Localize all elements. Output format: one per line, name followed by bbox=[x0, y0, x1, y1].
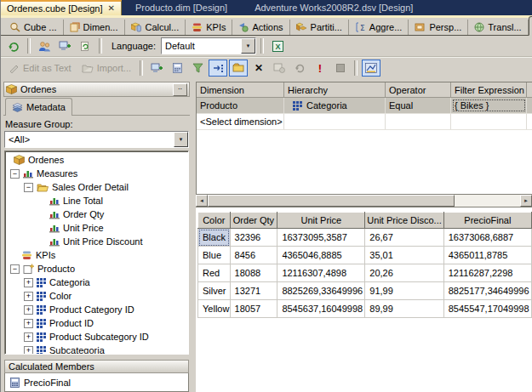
expand-plus-icon[interactable]: + bbox=[24, 319, 33, 328]
cell-unit-price-discount[interactable]: 20,26 bbox=[365, 264, 443, 282]
tab-translations[interactable]: Transl... bbox=[468, 20, 528, 35]
filter-row-producto[interactable]: Producto Categoria Equal { Bikes } bbox=[197, 98, 532, 114]
scrollbar-thumb[interactable] bbox=[208, 195, 455, 207]
cell-preciofinal[interactable]: 16373068,6887 bbox=[443, 229, 531, 247]
doc-tab-dsv[interactable]: Adventure Works2008R2.dsv [Design] bbox=[241, 0, 426, 15]
tree-item-product-subcategory-id[interactable]: + Product Subcategory ID bbox=[5, 330, 188, 344]
cell-order-qty[interactable]: 32396 bbox=[230, 229, 277, 247]
filter-funnel-button[interactable] bbox=[188, 60, 207, 77]
tab-metadata[interactable]: Metadata bbox=[5, 98, 72, 116]
refresh-disabled-button[interactable] bbox=[290, 60, 309, 77]
cell-order-qty[interactable]: 18088 bbox=[230, 264, 277, 282]
cell-unit-price-discount[interactable]: 35,01 bbox=[365, 247, 443, 264]
tree-item-ordenes[interactable]: Ordenes bbox=[5, 153, 188, 167]
cell-order-qty[interactable]: 8456 bbox=[230, 247, 277, 264]
column-header-unit-price-discount[interactable]: Unit Price Disco... bbox=[365, 213, 443, 229]
auto-filter-toggle[interactable] bbox=[229, 60, 248, 77]
cell-unit-price[interactable]: 8545637,16049998 bbox=[277, 300, 365, 318]
column-header-dimension[interactable]: Dimension bbox=[197, 82, 284, 97]
tab-aggregations[interactable]: Σ Aggre... bbox=[349, 20, 409, 35]
table-row[interactable]: Silver 13271 8825269,33649996 91,99 8825… bbox=[198, 282, 532, 300]
show-chart-toggle[interactable] bbox=[362, 60, 380, 77]
collapse-minus-icon[interactable]: − bbox=[24, 183, 33, 192]
tree-item-unit-price-discount[interactable]: Unit Price Discount bbox=[5, 235, 188, 248]
horizontal-scrollbar[interactable]: ◄ ► bbox=[196, 195, 532, 207]
filter-dimension-cell[interactable]: Producto bbox=[197, 98, 284, 113]
tree-item-product-id[interactable]: + Product ID bbox=[5, 316, 188, 330]
important-warning-icon[interactable]: ! bbox=[311, 60, 329, 77]
measure-group-combobox[interactable]: <All> ▼ bbox=[4, 131, 189, 148]
filter-expression-cell[interactable]: { Bikes } bbox=[451, 98, 527, 113]
column-header-order-qty[interactable]: Order Qty bbox=[230, 213, 277, 229]
clear-results-button[interactable]: ✕ bbox=[249, 60, 268, 77]
expand-plus-icon[interactable]: + bbox=[24, 346, 33, 355]
cell-color[interactable]: Blue bbox=[198, 247, 231, 264]
expand-plus-icon[interactable]: + bbox=[24, 292, 33, 301]
scroll-right-icon[interactable]: ► bbox=[520, 195, 532, 207]
tab-dimension-usage[interactable]: Dimen... bbox=[64, 20, 125, 35]
language-combobox[interactable]: Default ▼ bbox=[161, 37, 256, 54]
doc-tab-ordenes-cube[interactable]: Ordenes.cube [Design] ✕ bbox=[1, 0, 122, 15]
cell-color[interactable]: Red bbox=[198, 264, 231, 282]
cell-unit-price[interactable]: 8825269,33649996 bbox=[277, 282, 365, 300]
column-header-hierarchy[interactable]: Hierarchy bbox=[284, 82, 386, 97]
cell-unit-price[interactable]: 12116307,4898 bbox=[277, 264, 365, 282]
doc-tab-producto-dim[interactable]: Producto.dim [Design] bbox=[122, 0, 241, 15]
tab-cube-structure[interactable]: Cube ... bbox=[3, 20, 64, 35]
process-query-button[interactable] bbox=[147, 60, 166, 77]
table-row[interactable]: Blue 8456 4365046,8885 35,01 4365011,878… bbox=[198, 247, 532, 264]
reconnect-button[interactable] bbox=[4, 37, 23, 54]
tree-item-producto[interactable]: − Producto bbox=[5, 262, 188, 276]
filter-row-new[interactable]: <Select dimension> bbox=[197, 114, 532, 130]
cell-order-qty[interactable]: 13271 bbox=[230, 282, 277, 300]
tree-item-kpis[interactable]: KPIs bbox=[5, 248, 188, 262]
filter-hierarchy-cell[interactable]: Categoria bbox=[284, 98, 386, 113]
refresh-button[interactable] bbox=[76, 37, 94, 54]
column-header-color[interactable]: Color bbox=[198, 213, 231, 229]
column-header-preciofinal[interactable]: PrecioFinal bbox=[443, 213, 531, 229]
cell-color[interactable]: Black bbox=[198, 229, 231, 247]
chevron-down-icon[interactable]: ▼ bbox=[241, 38, 255, 54]
column-header-unit-price[interactable]: Unit Price bbox=[277, 213, 365, 229]
cube-selector-button[interactable]: .. bbox=[173, 83, 187, 96]
scroll-left-icon[interactable]: ◄ bbox=[196, 195, 208, 207]
close-icon[interactable]: ✕ bbox=[108, 4, 115, 13]
edit-as-text-button[interactable]: Edit as Text bbox=[4, 63, 76, 73]
table-row[interactable]: Black 32396 16373095,3587 26,67 16373068… bbox=[198, 229, 532, 247]
tab-perspectives[interactable]: Persp... bbox=[409, 20, 468, 35]
table-row[interactable]: Red 18088 12116307,4898 20,26 12116287,2… bbox=[198, 264, 532, 282]
select-dimension-placeholder[interactable]: <Select dimension> bbox=[197, 114, 284, 129]
table-row[interactable]: Yellow 18057 8545637,16049998 89,99 8545… bbox=[198, 300, 532, 318]
column-header-operator[interactable]: Operator bbox=[386, 82, 451, 97]
tree-item-order-qty[interactable]: Order Qty bbox=[5, 207, 188, 221]
tree-item-measures[interactable]: − Measures bbox=[5, 167, 188, 180]
tab-browser[interactable]: Browser bbox=[529, 16, 532, 36]
cell-color[interactable]: Silver bbox=[198, 282, 231, 300]
cell-unit-price-discount[interactable]: 89,99 bbox=[365, 300, 443, 318]
tab-partitions[interactable]: Partiti... bbox=[290, 20, 349, 35]
collapse-minus-icon[interactable]: − bbox=[10, 169, 20, 179]
stop-button[interactable] bbox=[331, 60, 350, 77]
scrollbar-track[interactable] bbox=[455, 195, 520, 207]
show-empty-cells-toggle[interactable] bbox=[209, 60, 227, 77]
tree-item-line-total[interactable]: Line Total bbox=[5, 194, 188, 207]
filter-operator-cell[interactable]: Equal bbox=[386, 98, 451, 113]
capture-button[interactable] bbox=[270, 60, 289, 77]
cell-unit-price[interactable]: 4365046,8885 bbox=[277, 247, 365, 264]
tab-kpis[interactable]: KPIs bbox=[186, 20, 232, 35]
calculated-member-button[interactable] bbox=[168, 60, 186, 77]
collapse-minus-icon[interactable]: − bbox=[10, 264, 20, 274]
cell-unit-price-discount[interactable]: 91,99 bbox=[365, 282, 443, 300]
cell-order-qty[interactable]: 18057 bbox=[230, 300, 277, 318]
calculated-member-item[interactable]: PrecioFinal bbox=[24, 378, 71, 388]
import-button[interactable]: Import... bbox=[77, 63, 135, 73]
process-button[interactable] bbox=[55, 37, 74, 54]
column-header-filter-expression[interactable]: Filter Expression bbox=[451, 82, 527, 97]
tree-item-unit-price[interactable]: Unit Price bbox=[5, 221, 188, 235]
tab-calculations[interactable]: Calcul... bbox=[125, 20, 186, 35]
cell-unit-price-discount[interactable]: 26,67 bbox=[365, 229, 443, 247]
cell-preciofinal[interactable]: 12116287,2298 bbox=[443, 264, 531, 282]
cell-preciofinal[interactable]: 4365011,8785 bbox=[443, 247, 531, 264]
tree-item-product-category-id[interactable]: + Product Category ID bbox=[5, 303, 188, 316]
expand-plus-icon[interactable]: + bbox=[24, 332, 33, 342]
